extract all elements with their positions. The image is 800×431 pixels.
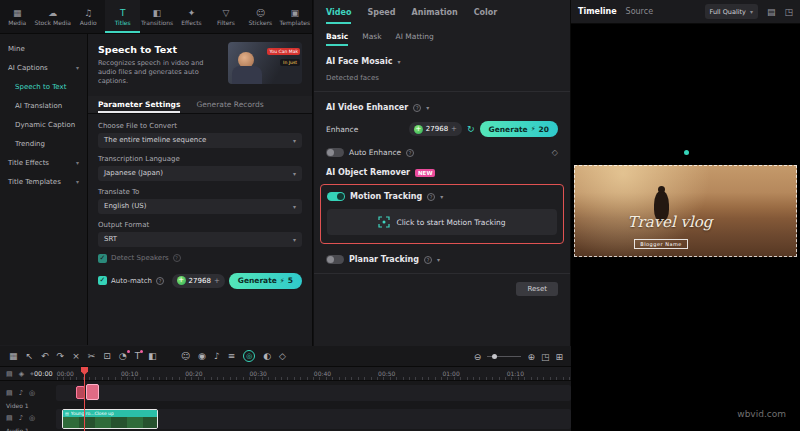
chroma-key-icon[interactable]: ◐ bbox=[263, 352, 271, 361]
sidebar-item-dynamic-caption[interactable]: Dynamic Caption bbox=[0, 115, 87, 134]
dropdown[interactable]: SRT ▾ bbox=[98, 232, 302, 247]
help-icon[interactable]: ? bbox=[413, 104, 421, 112]
detect-speakers-checkbox[interactable]: ✓ bbox=[98, 254, 107, 263]
ai-object-remover-section[interactable]: AI Object Remover NEW bbox=[326, 168, 558, 177]
tab-source[interactable]: Source bbox=[626, 7, 653, 16]
tab-animation[interactable]: Animation bbox=[412, 0, 458, 24]
dropdown[interactable]: The entire timeline sequence ▾ bbox=[98, 133, 302, 148]
tab-transitions[interactable]: ◧ Transitions bbox=[140, 0, 174, 33]
ai-face-mosaic-section[interactable]: AI Face Mosaic ▾ bbox=[326, 57, 558, 66]
snapshot-icon[interactable]: ▤ bbox=[767, 7, 776, 17]
fit-timeline-icon[interactable]: ◳ bbox=[541, 352, 550, 362]
tab-audio[interactable]: ♫ Audio bbox=[71, 0, 105, 33]
title-overlay-text[interactable]: Travel vlog bbox=[628, 213, 713, 231]
sidebar-item-ai-translation[interactable]: AI Translation bbox=[0, 96, 87, 115]
zoom-in-icon[interactable]: ⊕ bbox=[527, 352, 535, 362]
snap-icon[interactable]: ◈ bbox=[19, 370, 24, 378]
split-icon[interactable]: ✂ bbox=[88, 352, 96, 361]
add-track-icon[interactable]: ⊞ bbox=[555, 352, 563, 362]
ai-video-enhancer-section[interactable]: AI Video Enhancer ? ▾ bbox=[326, 103, 558, 112]
sidebar-item-title-effects[interactable]: Title Effects ▾ bbox=[0, 153, 87, 172]
enhance-generate-button[interactable]: Generate ⚡ 20 bbox=[480, 121, 558, 137]
speed-icon[interactable]: ◔ bbox=[119, 352, 127, 361]
record-icon[interactable]: ◉ bbox=[198, 352, 206, 361]
tab-timeline[interactable]: Timeline bbox=[578, 7, 617, 16]
person-icon[interactable]: ☺ bbox=[181, 352, 190, 361]
subtab-mask[interactable]: Mask bbox=[362, 26, 381, 46]
eq-icon[interactable]: ≡ bbox=[228, 352, 236, 361]
help-icon[interactable]: ? bbox=[156, 277, 164, 285]
crop-icon[interactable]: ⊡ bbox=[103, 352, 111, 361]
video-clip[interactable]: ▤ Young ro...Close up bbox=[62, 409, 158, 429]
mute-icon[interactable]: ♪ bbox=[19, 389, 23, 397]
eye-icon[interactable]: ◎ bbox=[29, 389, 35, 397]
credits-balance[interactable]: + 27968 + bbox=[172, 274, 225, 288]
generate-button[interactable]: Generate ⚡ 5 bbox=[229, 273, 302, 289]
promo-thumbnail[interactable]: You Can Mak In Just bbox=[228, 42, 302, 84]
expand-icon[interactable]: ◳ bbox=[784, 7, 793, 17]
sidebar-item-ai-captions[interactable]: AI Captions ▾ bbox=[0, 58, 87, 77]
tab-stickers[interactable]: ☺ Stickers bbox=[243, 0, 277, 33]
subtab-basic[interactable]: Basic bbox=[326, 26, 348, 46]
video-frame[interactable]: Travel vlog Blogger Name bbox=[574, 165, 797, 257]
playhead[interactable] bbox=[84, 367, 85, 431]
delete-icon[interactable]: × bbox=[72, 352, 80, 361]
help-icon[interactable]: ? bbox=[427, 193, 435, 201]
mute-icon[interactable]: ♪ bbox=[19, 414, 23, 422]
auto-match-checkbox[interactable]: ✓ bbox=[98, 276, 107, 285]
undo-icon[interactable]: ↶ bbox=[41, 352, 49, 361]
chevron-down-icon[interactable]: ▾ bbox=[426, 104, 429, 111]
mask-icon[interactable]: ◧ bbox=[148, 352, 157, 361]
dropdown[interactable]: Japanese (Japan) ▾ bbox=[98, 166, 302, 181]
tab-filters[interactable]: ▽ Filters bbox=[209, 0, 243, 33]
start-motion-tracking-button[interactable]: Click to start Motion Tracking bbox=[327, 209, 557, 235]
track-type-icon[interactable]: ▤ bbox=[6, 389, 13, 397]
zoom-out-icon[interactable]: ⊖ bbox=[474, 352, 482, 362]
track-type-icon[interactable]: ▤ bbox=[6, 414, 13, 422]
tab-titles[interactable]: T Titles bbox=[105, 0, 139, 33]
caption-clip[interactable] bbox=[86, 384, 99, 400]
text-tool-icon[interactable]: T bbox=[135, 352, 141, 361]
tab-parameter-settings[interactable]: Parameter Settings bbox=[98, 96, 180, 113]
sidebar-item-mine[interactable]: Mine bbox=[0, 39, 87, 58]
planar-tracking-toggle[interactable] bbox=[326, 255, 344, 264]
sidebar-item-speech-to-text[interactable]: Speech to Text bbox=[0, 77, 87, 96]
tab-stock-media[interactable]: ☁ Stock Media bbox=[34, 0, 71, 33]
subtitle-overlay-text[interactable]: Blogger Name bbox=[634, 239, 688, 249]
tab-color[interactable]: Color bbox=[474, 0, 498, 24]
help-icon[interactable]: ? bbox=[424, 256, 432, 264]
keyframe-icon[interactable]: ◇ bbox=[552, 148, 558, 157]
caption-track-lane[interactable] bbox=[56, 385, 571, 401]
sidebar-item-trending[interactable]: Trending bbox=[0, 134, 87, 153]
tab-video[interactable]: Video bbox=[326, 0, 351, 24]
mic-icon[interactable]: ♪ bbox=[214, 352, 220, 361]
tab-generate-records[interactable]: Generate Records bbox=[196, 96, 263, 113]
help-icon[interactable]: ? bbox=[406, 149, 414, 157]
tab-media[interactable]: ▦ Media bbox=[0, 0, 34, 33]
rotate-handle[interactable] bbox=[684, 150, 689, 155]
tab-templates[interactable]: ▣ Templates bbox=[278, 0, 312, 33]
credits-balance[interactable]: + 27968 + bbox=[409, 122, 462, 136]
auto-enhance-toggle[interactable] bbox=[326, 148, 344, 157]
sidebar-item-title-templates[interactable]: Title Templates ▾ bbox=[0, 172, 87, 191]
tab-speed[interactable]: Speed bbox=[367, 0, 395, 24]
zoom-slider[interactable] bbox=[487, 356, 521, 357]
tab-effects[interactable]: ✦ Effects bbox=[174, 0, 208, 33]
dropdown[interactable]: English (US) ▾ bbox=[98, 199, 302, 214]
redo-icon[interactable]: ↷ bbox=[57, 352, 65, 361]
subtab-ai-matting[interactable]: AI Matting bbox=[396, 26, 434, 46]
motion-tracking-toggle[interactable] bbox=[327, 192, 345, 201]
refresh-icon[interactable]: ↻ bbox=[467, 124, 475, 134]
chevron-down-icon[interactable]: ▾ bbox=[440, 193, 443, 200]
eye-icon[interactable]: ◎ bbox=[29, 414, 35, 422]
tracking-icon[interactable]: ◎ bbox=[243, 350, 255, 362]
pointer-icon[interactable]: ↖ bbox=[26, 352, 34, 361]
marker-icon[interactable]: ◇ bbox=[279, 352, 286, 361]
layout-grid-icon[interactable]: ▦ bbox=[9, 352, 18, 361]
track-manage-icon[interactable]: ▤ bbox=[6, 370, 13, 378]
chevron-down-icon[interactable]: ▾ bbox=[437, 256, 440, 263]
chevron-down-icon[interactable]: ▾ bbox=[397, 58, 400, 65]
help-icon[interactable]: ? bbox=[173, 254, 181, 262]
reset-button[interactable]: Reset bbox=[516, 282, 558, 296]
quality-selector[interactable]: Full Quality ▾ bbox=[705, 4, 758, 19]
